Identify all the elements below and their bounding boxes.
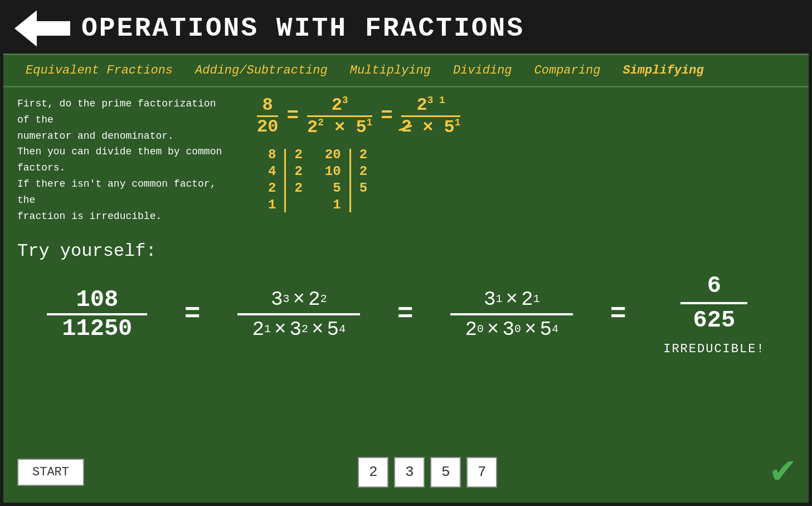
tree8-l1: 8 [268,147,276,162]
tree8-r1: 2 [294,147,302,162]
tree20-l1: 20 [325,147,341,162]
prob2-top: 33 × 22 [271,285,327,313]
prob3-b-exp3: 4 [552,323,558,335]
problem-fraction-1: 108 11250 [47,286,147,342]
tree20-r3: 5 [359,181,367,196]
equals-1: = [286,105,299,128]
tab-adding-subtracting[interactable]: Adding/Subtracting [184,61,339,80]
tree8-left: 8 4 2 1 [268,147,276,212]
problem-fraction-3: 31 × 21 20 × 30 × 54 [450,285,573,343]
problem-result: 6 625 IRREDUCIBLE! [663,273,765,356]
tree20-l2: 10 [325,164,341,179]
tree8-right: 2 2 2 [294,147,302,196]
factor-tree-8: 8 4 2 1 2 2 2 [268,147,303,212]
explanation-line2: numerator and denominator. [17,128,229,144]
factor-tree-20: 20 10 5 1 2 2 5 [325,147,367,212]
problem-fraction-2: 33 × 22 21 × 32 × 54 [237,285,360,343]
tree20-r1: 2 [359,147,367,162]
result-line [680,302,747,304]
frac2-numerator: 23 [332,96,348,114]
bottom-bar: START 2 3 5 7 ✔ [3,444,809,503]
prob3-t-times: × [505,288,518,311]
frac3-denominator: 2 × 51 [401,118,461,137]
equals-2: = [381,105,393,128]
prob3-b-times2: × [524,318,537,341]
result-numerator: 6 [707,273,721,299]
try-title: Try yourself: [17,241,795,261]
example-fraction-1: 8 20 [257,96,278,136]
prob2-b-base2: 3 [290,318,302,341]
prob3-b-base2: 3 [502,318,514,341]
prob2-bottom: 21 × 32 × 54 [252,315,346,343]
prob3-t-base1: 3 [484,288,496,311]
main-container: OPERATIONS WITH FRACTIONS Equivalent Fra… [0,0,812,506]
explanation-line5: If there isn't any common factor, the [17,176,229,208]
tree8-r2: 2 [294,164,302,179]
factor-btn-2[interactable]: 2 [358,457,388,488]
explanation-line4: factors. [17,160,229,176]
try-section: Try yourself: 108 11250 = 33 × 22 [17,241,795,356]
prob3-b-exp1: 0 [477,323,484,335]
prob3-b-exp2: 0 [514,323,521,335]
equals-problem-3: = [610,299,626,329]
frac1-numerator: 8 [262,96,273,114]
equals-problem-1: = [184,299,201,329]
prob2-b-exp1: 1 [264,323,271,335]
equals-problem-2: = [397,299,414,329]
prob3-t-exp1: 1 [496,293,503,305]
tree20-r2: 2 [359,164,367,179]
problem-den-1: 11250 [62,315,132,342]
tree8-l2: 4 [268,164,276,179]
prob3-top: 31 × 21 [484,285,540,313]
tree8-divider [284,149,286,212]
prob3-bottom: 20 × 30 × 54 [465,315,558,343]
frac2-denominator: 22 × 51 [307,118,372,137]
content-area: First, do the prime factorization of the… [3,87,809,444]
tree8-l4: 1 [268,197,276,212]
prob3-t-base2: 2 [521,288,533,311]
explanation-line6: fraction is irreducible. [17,208,229,225]
example-fraction-3: 23 1 2 × 51 [401,96,461,136]
top-section: First, do the prime factorization of the… [17,96,795,224]
factor-btn-3[interactable]: 3 [394,457,425,488]
tree20-l3: 5 [333,181,341,196]
prob2-t-base1: 3 [271,288,283,311]
prob3-b-base3: 5 [540,318,552,341]
prob3-b-base1: 2 [465,318,477,341]
tab-equivalent-fractions[interactable]: Equivalent Fractions [14,61,184,80]
tab-comparing[interactable]: Comparing [523,61,612,80]
back-arrow-icon[interactable] [14,11,70,47]
explanation-text: First, do the prime factorization of the… [17,96,229,224]
tab-multiplying[interactable]: Multiplying [339,61,442,80]
tree8-r3: 2 [294,181,302,196]
tab-dividing[interactable]: Dividing [442,61,523,80]
prob3-b-times1: × [487,318,499,341]
factor-buttons: 2 3 5 7 [358,457,497,488]
tree20-l4: 1 [333,197,341,212]
start-button[interactable]: START [17,459,84,486]
factor-trees: 8 4 2 1 2 2 2 [268,147,795,212]
prob2-b-exp3: 4 [339,323,346,335]
example-area: 8 20 = 23 22 × 51 = 23 1 [246,96,795,224]
result-denominator: 625 [693,307,736,334]
frac3-numerator: 23 1 [417,96,445,114]
prob2-t-exp2: 2 [320,293,327,305]
page-title: OPERATIONS WITH FRACTIONS [81,13,524,43]
factor-btn-5[interactable]: 5 [430,457,461,488]
tree20-left: 20 10 5 1 [325,147,341,212]
problem-area: 108 11250 = 33 × 22 21 × 3 [17,273,795,356]
problem-num-1: 108 [76,286,118,313]
header: OPERATIONS WITH FRACTIONS [3,3,809,53]
tab-simplifying[interactable]: Simplifying [611,61,714,80]
checkmark-icon: ✔ [771,453,795,492]
tree8-l3: 2 [268,181,276,196]
factor-btn-7[interactable]: 7 [466,457,497,488]
example-fraction-row: 8 20 = 23 22 × 51 = 23 1 [257,96,795,136]
example-fraction-2: 23 22 × 51 [307,96,372,136]
prob2-t-base2: 2 [308,288,320,311]
tree20-divider [349,149,351,212]
tree20-right: 2 2 5 [359,147,367,196]
prob2-t-times: × [293,288,305,311]
prob2-b-base1: 2 [252,318,264,341]
prob2-b-base3: 5 [327,318,339,341]
